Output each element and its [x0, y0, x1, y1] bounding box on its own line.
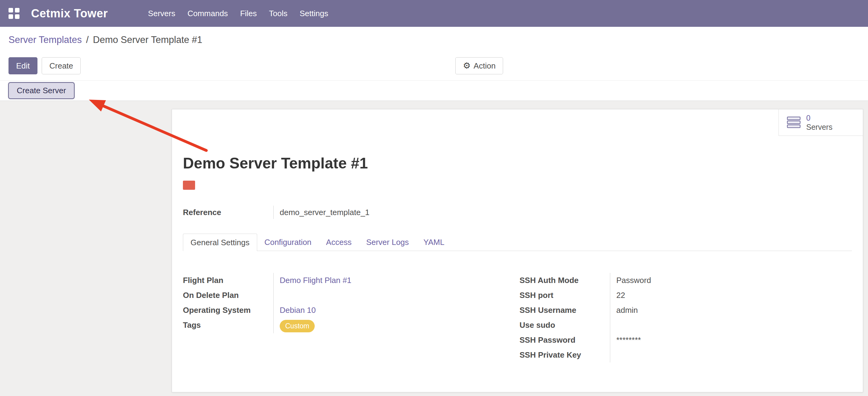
field-flight-plan: Flight Plan Demo Flight Plan #1 [183, 273, 515, 288]
field-ssh-username: SSH Username admin [520, 303, 851, 318]
create-server-button[interactable]: Create Server [8, 82, 74, 99]
form-controls-row: Edit Create ⚙ Action [0, 53, 868, 80]
tag-badge-custom[interactable]: Custom [280, 320, 315, 332]
field-ssh-port: SSH port 22 [520, 288, 851, 303]
nav-item-settings[interactable]: Settings [300, 0, 328, 27]
reference-field: Reference demo_server_template_1 [183, 206, 852, 219]
field-label: SSH Password [520, 333, 610, 347]
field-tags: Tags Custom [183, 318, 515, 333]
header-buttons-row: Create Server [0, 80, 868, 101]
navbar-menu: Servers Commands Files Tools Settings [148, 0, 328, 27]
tab-server-logs[interactable]: Server Logs [359, 234, 416, 251]
stat-count: 0 [806, 113, 832, 122]
grid-square [8, 8, 13, 12]
app-brand-title[interactable]: Cetmix Tower [31, 7, 108, 20]
nav-item-commands[interactable]: Commands [187, 0, 228, 27]
notebook-tabs: General Settings Configuration Access Se… [183, 234, 852, 251]
action-button-label: Action [473, 61, 495, 71]
reference-label: Reference [183, 206, 273, 219]
field-value: Debian 10 [273, 303, 515, 318]
stat-text: 0 Servers [806, 113, 832, 132]
operating-system-link[interactable]: Debian 10 [280, 306, 316, 315]
nav-item-tools[interactable]: Tools [269, 0, 288, 27]
nav-item-servers[interactable]: Servers [148, 0, 175, 27]
field-column-right: SSH Auth Mode Password SSH port 22 SSH U… [520, 273, 851, 363]
grid-square [8, 14, 13, 19]
field-value: 22 [610, 288, 851, 303]
field-value: Demo Flight Plan #1 [273, 273, 515, 288]
action-button[interactable]: ⚙ Action [455, 57, 503, 74]
field-value: admin [610, 303, 851, 318]
grid-square [15, 14, 20, 19]
field-ssh-password: SSH Password ******** [520, 333, 851, 347]
breadcrumb: Server Templates / Demo Server Template … [0, 27, 868, 53]
field-on-delete-plan: On Delete Plan [183, 288, 515, 303]
field-value: Custom [273, 318, 515, 333]
field-label: Flight Plan [183, 273, 273, 288]
create-button[interactable]: Create [42, 57, 81, 74]
field-label: Use sudo [520, 318, 610, 333]
field-value [273, 288, 515, 303]
field-label: SSH Username [520, 303, 610, 318]
stat-label: Servers [806, 122, 832, 132]
nav-item-files[interactable]: Files [240, 0, 257, 27]
tab-yaml[interactable]: YAML [416, 234, 452, 251]
reference-value: demo_server_template_1 [273, 206, 852, 219]
tab-access[interactable]: Access [319, 234, 359, 251]
content-background: 0 Servers Demo Server Template #1 Refere… [0, 101, 868, 396]
field-value: Password [610, 273, 851, 288]
field-label: Operating System [183, 303, 273, 318]
field-operating-system: Operating System Debian 10 [183, 303, 515, 318]
breadcrumb-separator: / [86, 34, 89, 46]
record-title: Demo Server Template #1 [183, 154, 852, 172]
field-label: On Delete Plan [183, 288, 273, 303]
field-label: SSH port [520, 288, 610, 303]
gear-icon: ⚙ [463, 61, 470, 70]
field-value: ******** [610, 333, 851, 347]
field-groups: Flight Plan Demo Flight Plan #1 On Delet… [183, 273, 852, 363]
field-label: Tags [183, 318, 273, 333]
tab-general-settings[interactable]: General Settings [183, 234, 257, 251]
field-value [610, 347, 851, 363]
servers-stat-button[interactable]: 0 Servers [778, 109, 863, 136]
breadcrumb-current: Demo Server Template #1 [93, 34, 203, 46]
field-ssh-auth-mode: SSH Auth Mode Password [520, 273, 851, 288]
field-label: SSH Auth Mode [520, 273, 610, 288]
field-ssh-private-key: SSH Private Key [520, 347, 851, 363]
flight-plan-link[interactable]: Demo Flight Plan #1 [280, 276, 351, 285]
tab-configuration[interactable]: Configuration [257, 234, 319, 251]
field-value [610, 318, 851, 333]
server-stack-icon [787, 116, 801, 129]
top-navbar: Cetmix Tower Servers Commands Files Tool… [0, 0, 868, 27]
field-column-left: Flight Plan Demo Flight Plan #1 On Delet… [183, 273, 515, 363]
edit-button[interactable]: Edit [8, 57, 37, 74]
apps-grid-icon[interactable] [8, 8, 20, 19]
sheet-body: Demo Server Template #1 Reference demo_s… [172, 109, 863, 363]
form-sheet: 0 Servers Demo Server Template #1 Refere… [172, 109, 863, 392]
grid-square [15, 8, 20, 12]
color-swatch[interactable] [183, 181, 195, 190]
field-use-sudo: Use sudo [520, 318, 851, 333]
field-label: SSH Private Key [520, 347, 610, 363]
breadcrumb-server-templates[interactable]: Server Templates [8, 34, 82, 46]
